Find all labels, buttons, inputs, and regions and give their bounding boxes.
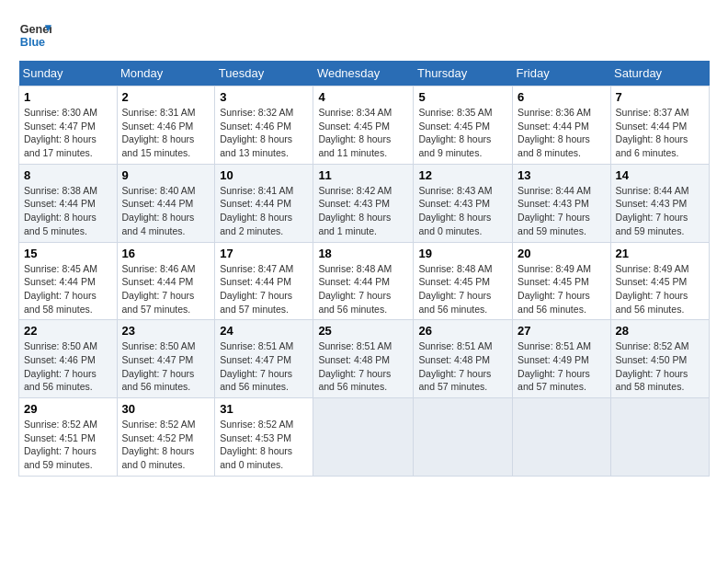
day-info: Sunrise: 8:48 AM Sunset: 4:44 PM Dayligh…: [318, 262, 408, 316]
calendar-day-cell: 28 Sunrise: 8:52 AM Sunset: 4:50 PM Dayl…: [610, 320, 709, 398]
logo-icon: General Blue: [18, 18, 51, 52]
day-info: Sunrise: 8:30 AM Sunset: 4:47 PM Dayligh…: [24, 106, 112, 160]
day-number: 28: [616, 324, 704, 338]
day-number: 23: [122, 324, 210, 338]
day-info: Sunrise: 8:45 AM Sunset: 4:44 PM Dayligh…: [24, 262, 112, 316]
day-number: 11: [318, 168, 408, 182]
calendar-day-cell: 18 Sunrise: 8:48 AM Sunset: 4:44 PM Dayl…: [313, 242, 414, 320]
calendar-day-cell: 8 Sunrise: 8:38 AM Sunset: 4:44 PM Dayli…: [19, 164, 118, 242]
day-number: 6: [518, 90, 606, 104]
calendar-week-row: 22 Sunrise: 8:50 AM Sunset: 4:46 PM Dayl…: [19, 320, 710, 398]
day-number: 4: [318, 90, 408, 104]
calendar-week-row: 1 Sunrise: 8:30 AM Sunset: 4:47 PM Dayli…: [19, 86, 710, 165]
calendar-day-cell: [313, 398, 414, 477]
calendar-week-row: 8 Sunrise: 8:38 AM Sunset: 4:44 PM Dayli…: [19, 164, 710, 242]
day-of-week-header: Tuesday: [215, 61, 313, 86]
day-number: 1: [24, 90, 112, 104]
day-info: Sunrise: 8:51 AM Sunset: 4:47 PM Dayligh…: [220, 339, 308, 394]
logo: General Blue: [18, 18, 51, 52]
day-number: 13: [518, 168, 606, 182]
day-of-week-header: Saturday: [610, 61, 709, 86]
day-info: Sunrise: 8:49 AM Sunset: 4:45 PM Dayligh…: [616, 262, 704, 316]
calendar-day-cell: 30 Sunrise: 8:52 AM Sunset: 4:52 PM Dayl…: [117, 398, 215, 477]
day-info: Sunrise: 8:50 AM Sunset: 4:46 PM Dayligh…: [24, 339, 112, 394]
day-info: Sunrise: 8:44 AM Sunset: 4:43 PM Dayligh…: [518, 184, 606, 238]
day-number: 5: [418, 90, 507, 104]
calendar-day-cell: 12 Sunrise: 8:43 AM Sunset: 4:43 PM Dayl…: [414, 164, 513, 242]
day-number: 31: [220, 402, 308, 416]
calendar-day-cell: 26 Sunrise: 8:51 AM Sunset: 4:48 PM Dayl…: [414, 320, 513, 398]
day-number: 18: [318, 247, 408, 260]
day-number: 10: [220, 168, 308, 182]
calendar-day-cell: 16 Sunrise: 8:46 AM Sunset: 4:44 PM Dayl…: [117, 242, 215, 320]
day-info: Sunrise: 8:31 AM Sunset: 4:46 PM Dayligh…: [122, 106, 210, 160]
day-number: 14: [616, 168, 704, 182]
day-number: 27: [518, 324, 606, 338]
day-number: 26: [418, 324, 507, 338]
calendar-day-cell: 9 Sunrise: 8:40 AM Sunset: 4:44 PM Dayli…: [117, 164, 215, 242]
day-info: Sunrise: 8:44 AM Sunset: 4:43 PM Dayligh…: [616, 184, 704, 238]
calendar-day-cell: 1 Sunrise: 8:30 AM Sunset: 4:47 PM Dayli…: [19, 86, 118, 165]
day-number: 12: [418, 168, 507, 182]
day-info: Sunrise: 8:37 AM Sunset: 4:44 PM Dayligh…: [616, 106, 704, 160]
calendar-day-cell: 14 Sunrise: 8:44 AM Sunset: 4:43 PM Dayl…: [610, 164, 709, 242]
day-number: 17: [220, 247, 308, 260]
day-info: Sunrise: 8:51 AM Sunset: 4:48 PM Dayligh…: [318, 339, 408, 394]
day-number: 9: [122, 168, 210, 182]
calendar-day-cell: 5 Sunrise: 8:35 AM Sunset: 4:45 PM Dayli…: [414, 86, 513, 165]
day-number: 15: [24, 247, 112, 260]
day-info: Sunrise: 8:52 AM Sunset: 4:52 PM Dayligh…: [122, 418, 210, 472]
day-info: Sunrise: 8:47 AM Sunset: 4:44 PM Dayligh…: [220, 262, 308, 316]
day-info: Sunrise: 8:42 AM Sunset: 4:43 PM Dayligh…: [318, 184, 408, 238]
day-number: 30: [122, 402, 210, 416]
calendar-week-row: 15 Sunrise: 8:45 AM Sunset: 4:44 PM Dayl…: [19, 242, 710, 320]
calendar-day-cell: 20 Sunrise: 8:49 AM Sunset: 4:45 PM Dayl…: [513, 242, 611, 320]
day-info: Sunrise: 8:46 AM Sunset: 4:44 PM Dayligh…: [122, 262, 210, 316]
day-of-week-header: Friday: [513, 61, 611, 86]
day-info: Sunrise: 8:36 AM Sunset: 4:44 PM Dayligh…: [518, 106, 606, 160]
day-info: Sunrise: 8:52 AM Sunset: 4:51 PM Dayligh…: [24, 418, 112, 472]
day-of-week-header: Thursday: [414, 61, 513, 86]
day-info: Sunrise: 8:52 AM Sunset: 4:50 PM Dayligh…: [616, 339, 704, 394]
day-info: Sunrise: 8:52 AM Sunset: 4:53 PM Dayligh…: [220, 418, 308, 472]
calendar-day-cell: [610, 398, 709, 477]
calendar-day-cell: 13 Sunrise: 8:44 AM Sunset: 4:43 PM Dayl…: [513, 164, 611, 242]
day-number: 8: [24, 168, 112, 182]
calendar-day-cell: 4 Sunrise: 8:34 AM Sunset: 4:45 PM Dayli…: [313, 86, 414, 165]
day-of-week-header: Monday: [117, 61, 215, 86]
calendar-day-cell: [414, 398, 513, 477]
day-number: 22: [24, 324, 112, 338]
day-of-week-header: Sunday: [19, 61, 118, 86]
day-info: Sunrise: 8:48 AM Sunset: 4:45 PM Dayligh…: [418, 262, 507, 316]
calendar-table: SundayMondayTuesdayWednesdayThursdayFrid…: [18, 61, 710, 477]
calendar-day-cell: 21 Sunrise: 8:49 AM Sunset: 4:45 PM Dayl…: [610, 242, 709, 320]
page-header: General Blue: [18, 18, 710, 52]
day-of-week-header: Wednesday: [313, 61, 414, 86]
day-info: Sunrise: 8:40 AM Sunset: 4:44 PM Dayligh…: [122, 184, 210, 238]
calendar-day-cell: 31 Sunrise: 8:52 AM Sunset: 4:53 PM Dayl…: [215, 398, 313, 477]
calendar-day-cell: 24 Sunrise: 8:51 AM Sunset: 4:47 PM Dayl…: [215, 320, 313, 398]
day-number: 7: [616, 90, 704, 104]
day-number: 16: [122, 247, 210, 260]
day-info: Sunrise: 8:49 AM Sunset: 4:45 PM Dayligh…: [518, 262, 606, 316]
day-number: 20: [518, 247, 606, 260]
calendar-day-cell: 7 Sunrise: 8:37 AM Sunset: 4:44 PM Dayli…: [610, 86, 709, 165]
calendar-day-cell: 29 Sunrise: 8:52 AM Sunset: 4:51 PM Dayl…: [19, 398, 118, 477]
day-info: Sunrise: 8:43 AM Sunset: 4:43 PM Dayligh…: [418, 184, 507, 238]
day-info: Sunrise: 8:35 AM Sunset: 4:45 PM Dayligh…: [418, 106, 507, 160]
calendar-day-cell: [513, 398, 611, 477]
calendar-week-row: 29 Sunrise: 8:52 AM Sunset: 4:51 PM Dayl…: [19, 398, 710, 477]
calendar-day-cell: 15 Sunrise: 8:45 AM Sunset: 4:44 PM Dayl…: [19, 242, 118, 320]
calendar-day-cell: 22 Sunrise: 8:50 AM Sunset: 4:46 PM Dayl…: [19, 320, 118, 398]
calendar-day-cell: 17 Sunrise: 8:47 AM Sunset: 4:44 PM Dayl…: [215, 242, 313, 320]
day-info: Sunrise: 8:34 AM Sunset: 4:45 PM Dayligh…: [318, 106, 408, 160]
day-info: Sunrise: 8:32 AM Sunset: 4:46 PM Dayligh…: [220, 106, 308, 160]
calendar-day-cell: 27 Sunrise: 8:51 AM Sunset: 4:49 PM Dayl…: [513, 320, 611, 398]
day-info: Sunrise: 8:38 AM Sunset: 4:44 PM Dayligh…: [24, 184, 112, 238]
calendar-day-cell: 2 Sunrise: 8:31 AM Sunset: 4:46 PM Dayli…: [117, 86, 215, 165]
calendar-day-cell: 11 Sunrise: 8:42 AM Sunset: 4:43 PM Dayl…: [313, 164, 414, 242]
days-header-row: SundayMondayTuesdayWednesdayThursdayFrid…: [19, 61, 710, 86]
day-info: Sunrise: 8:51 AM Sunset: 4:49 PM Dayligh…: [518, 339, 606, 394]
day-info: Sunrise: 8:50 AM Sunset: 4:47 PM Dayligh…: [122, 339, 210, 394]
day-info: Sunrise: 8:51 AM Sunset: 4:48 PM Dayligh…: [418, 339, 507, 394]
